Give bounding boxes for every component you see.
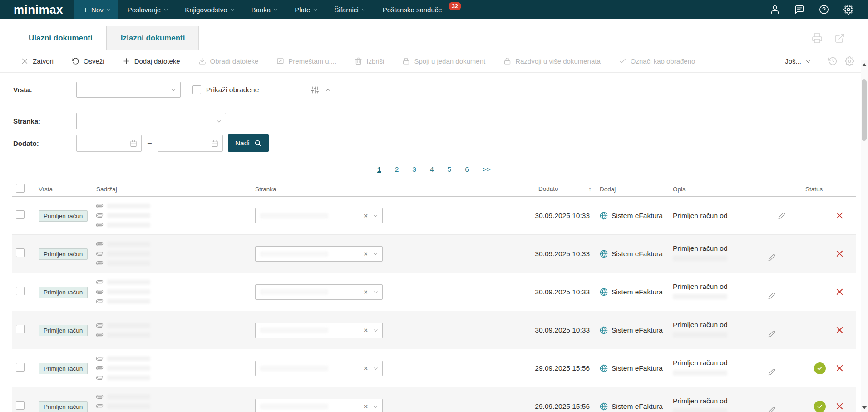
stranka-row-select[interactable]: × xyxy=(255,246,383,262)
attachment-item[interactable] xyxy=(96,201,251,211)
osvezi-button[interactable]: Osveži xyxy=(72,57,104,65)
filter-settings-icon[interactable] xyxy=(311,86,319,94)
row-checkbox[interactable] xyxy=(16,210,25,219)
delete-row-icon[interactable] xyxy=(836,326,843,334)
attachment-item[interactable] xyxy=(96,249,251,258)
attachment-item[interactable] xyxy=(96,297,251,306)
tab-ulazni-dokumenti[interactable]: Ulazni dokumenti xyxy=(15,26,107,50)
external-link-icon[interactable] xyxy=(834,33,845,44)
nav-item-sifarnici[interactable]: Šifarnici xyxy=(325,0,373,19)
nav-item-knjigovodstvo[interactable]: Knjigovodstvo xyxy=(176,0,242,19)
date-from-input[interactable] xyxy=(76,135,142,152)
nadi-button[interactable]: Nađi xyxy=(228,134,269,152)
premestam-u-button[interactable]: Premeštam u.... xyxy=(276,57,336,65)
attachment-item[interactable] xyxy=(96,211,251,220)
delete-row-icon[interactable] xyxy=(836,402,843,410)
nav-item-nov[interactable]: + Nov xyxy=(74,0,118,19)
attachment-item[interactable] xyxy=(96,258,251,268)
edit-pencil-icon[interactable] xyxy=(778,212,785,219)
scroll-up-arrow[interactable] xyxy=(862,63,867,66)
page-link-4[interactable]: 4 xyxy=(430,165,434,174)
help-icon[interactable] xyxy=(812,5,836,15)
tab-izlazni-dokumenti[interactable]: Izlazni dokumenti xyxy=(107,26,199,50)
history-icon[interactable] xyxy=(828,56,838,66)
row-checkbox[interactable] xyxy=(16,325,25,333)
row-checkbox[interactable] xyxy=(16,363,25,372)
clear-icon[interactable]: × xyxy=(364,288,368,295)
user-icon[interactable] xyxy=(763,5,787,15)
select-all-checkbox[interactable] xyxy=(16,184,25,193)
header-vrsta[interactable]: Vrsta xyxy=(33,186,91,193)
spoji-u-jedan-dokument-button[interactable]: Spoji u jedan dokument xyxy=(402,57,485,65)
edit-pencil-icon[interactable] xyxy=(768,292,775,299)
page-link-5[interactable]: 5 xyxy=(448,165,452,174)
edit-pencil-icon[interactable] xyxy=(768,368,775,376)
clear-icon[interactable]: × xyxy=(364,212,368,219)
edit-pencil-icon[interactable] xyxy=(768,254,775,261)
edit-pencil-icon[interactable] xyxy=(768,407,775,412)
row-checkbox[interactable] xyxy=(16,287,25,295)
attachment-item[interactable] xyxy=(96,373,251,382)
attachment-item[interactable] xyxy=(96,354,251,363)
nav-item-banka[interactable]: Banka xyxy=(242,0,286,19)
obradi-datoteke-button[interactable]: Obradi datoteke xyxy=(198,57,259,65)
page-link-1[interactable]: 1 xyxy=(377,165,381,174)
scrollbar-thumb[interactable] xyxy=(862,79,867,141)
header-dodaj[interactable]: Dodaj xyxy=(593,186,673,193)
stranka-row-select[interactable]: × xyxy=(255,323,383,338)
vrsta-select[interactable] xyxy=(76,82,181,98)
izbrisi-button[interactable]: Izbriši xyxy=(355,57,384,65)
clear-icon[interactable]: × xyxy=(364,365,368,372)
clear-icon[interactable]: × xyxy=(364,327,368,333)
razdvoji-u-vise-dokumenata-button[interactable]: Razdvoji u više dokumenata xyxy=(503,57,601,65)
gear-icon[interactable] xyxy=(845,56,854,66)
printer-icon[interactable] xyxy=(812,33,823,44)
scroll-down-arrow[interactable] xyxy=(862,406,867,409)
next-pages-link[interactable]: >> xyxy=(483,165,491,174)
chat-icon[interactable] xyxy=(787,5,812,15)
stranka-row-select[interactable]: × xyxy=(255,208,383,223)
attachment-item[interactable] xyxy=(96,330,251,340)
header-opis[interactable]: Opis xyxy=(673,186,804,193)
jos-button[interactable]: Još... xyxy=(785,57,809,65)
header-stranka[interactable]: Stranka xyxy=(251,186,532,193)
attachment-item[interactable] xyxy=(96,363,251,373)
attachment-item[interactable] xyxy=(96,239,251,249)
stranka-row-select[interactable]: × xyxy=(255,399,383,412)
stranka-select[interactable] xyxy=(76,113,226,129)
header-dodato[interactable]: Dodato ↑ xyxy=(532,185,593,193)
attachment-item[interactable] xyxy=(96,321,251,330)
row-checkbox[interactable] xyxy=(16,401,25,410)
header-status[interactable]: Status xyxy=(804,186,853,193)
delete-row-icon[interactable] xyxy=(836,212,843,219)
edit-pencil-icon[interactable] xyxy=(768,330,775,338)
prikazi-obradene-checkbox[interactable] xyxy=(192,85,201,94)
delete-row-icon[interactable] xyxy=(836,364,843,372)
date-to-input[interactable] xyxy=(158,135,223,152)
page-link-2[interactable]: 2 xyxy=(395,165,399,174)
attachment-item[interactable] xyxy=(96,402,251,411)
nav-item-plate[interactable]: Plate xyxy=(286,0,325,19)
collapse-filters-icon[interactable] xyxy=(326,89,330,92)
zatvori-button[interactable]: Zatvori xyxy=(21,57,54,65)
attachment-item[interactable] xyxy=(96,220,251,230)
clear-icon[interactable]: × xyxy=(364,250,368,257)
delete-row-icon[interactable] xyxy=(836,250,843,258)
page-link-3[interactable]: 3 xyxy=(412,165,416,174)
gear-icon[interactable] xyxy=(836,5,861,15)
attachment-item[interactable] xyxy=(96,392,251,402)
stranka-row-select[interactable]: × xyxy=(255,361,383,376)
delete-row-icon[interactable] xyxy=(836,288,843,296)
dodaj-datoteke-button[interactable]: Dodaj datoteke xyxy=(123,57,180,65)
clear-icon[interactable]: × xyxy=(364,403,368,410)
row-checkbox[interactable] xyxy=(16,248,25,257)
header-sadrzaj[interactable]: Sadržaj xyxy=(91,186,251,193)
page-link-6[interactable]: 6 xyxy=(465,165,469,174)
nav-item-poslovanje[interactable]: Poslovanje xyxy=(118,0,176,19)
attachment-item[interactable] xyxy=(96,287,251,297)
sort-ascending-icon[interactable]: ↑ xyxy=(588,185,592,193)
nav-item-postansko-sanduce[interactable]: Poštansko sanduče 32 xyxy=(374,0,470,19)
vertical-scrollbar[interactable] xyxy=(861,60,868,412)
stranka-row-select[interactable]: × xyxy=(255,284,383,300)
attachment-item[interactable] xyxy=(96,278,251,287)
